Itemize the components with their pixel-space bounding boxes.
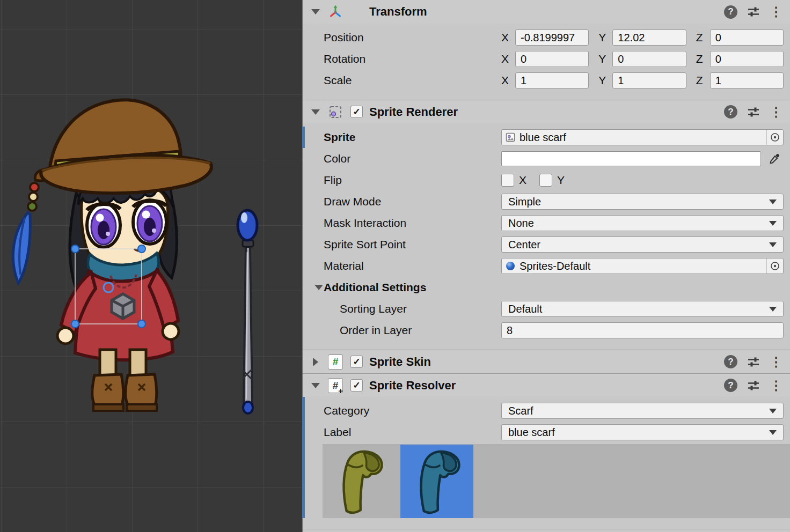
more-options-icon[interactable]: ⋮ — [770, 106, 782, 119]
scale-y-value: 1 — [618, 75, 624, 87]
witch-character-sprite[interactable] — [13, 100, 211, 411]
draw-mode-label: Draw Mode — [324, 195, 501, 208]
category-label: Category — [324, 404, 501, 417]
selection-handle[interactable] — [138, 245, 145, 253]
order-in-layer-row: Order in Layer 8 — [303, 320, 790, 341]
additional-settings-foldout[interactable]: Additional Settings — [303, 277, 790, 298]
flip-y-label: Y — [557, 174, 565, 187]
rotation-x-value: 0 — [521, 53, 526, 65]
foldout-open-icon[interactable] — [311, 1, 320, 23]
sprite-resolver-header[interactable]: #+ ✓ Sprite Resolver ? ⋮ — [303, 373, 790, 397]
category-dropdown[interactable]: Scarf — [501, 403, 784, 419]
flip-y-checkbox[interactable] — [539, 174, 552, 187]
variant-green-scarf[interactable] — [323, 445, 396, 518]
eyedropper-icon[interactable] — [765, 151, 784, 166]
draw-mode-row: Draw Mode Simple — [303, 191, 790, 212]
position-label: Position — [324, 31, 501, 44]
help-icon[interactable]: ? — [724, 105, 737, 119]
foldout-open-icon[interactable] — [311, 101, 320, 123]
selection-handle[interactable] — [71, 320, 79, 328]
scale-z-value: 1 — [715, 75, 721, 87]
x-axis-label: X — [501, 74, 512, 87]
sprite-skin-enabled-checkbox[interactable]: ✓ — [350, 356, 363, 368]
selection-handle[interactable] — [71, 245, 79, 253]
sprite-sort-point-label: Sprite Sort Point — [324, 238, 501, 251]
rotation-z-field[interactable]: 0 — [710, 51, 784, 67]
position-z-field[interactable]: 0 — [710, 29, 784, 46]
label-value: blue scarf — [508, 426, 555, 439]
sprite-renderer-body: Sprite blue scarf Color Fli — [303, 123, 790, 350]
rotation-y-value: 0 — [618, 53, 624, 65]
flip-x-label: X — [519, 174, 526, 187]
sprite-resolver-enabled-checkbox[interactable]: ✓ — [350, 379, 363, 391]
sprite-icon — [505, 132, 516, 143]
help-icon[interactable]: ? — [724, 379, 737, 392]
z-axis-label: Z — [696, 74, 707, 87]
transform-title: Transform — [369, 5, 427, 19]
material-object-field[interactable]: Sprites-Default — [501, 258, 784, 274]
chevron-down-icon — [769, 242, 777, 247]
material-label: Material — [324, 260, 501, 272]
object-picker-icon[interactable] — [766, 130, 780, 145]
check-icon: ✓ — [353, 381, 360, 390]
flip-label: Flip — [324, 174, 501, 187]
color-row: Color — [303, 148, 790, 169]
sorting-layer-dropdown[interactable]: Default — [501, 301, 784, 317]
color-swatch[interactable] — [501, 151, 761, 166]
flip-x-checkbox[interactable] — [501, 174, 514, 187]
position-z-value: 0 — [715, 32, 721, 44]
foldout-open-icon[interactable] — [314, 277, 324, 298]
scale-z-field[interactable]: 1 — [710, 72, 784, 88]
more-options-icon[interactable]: ⋮ — [770, 356, 782, 368]
sprite-skin-title: Sprite Skin — [369, 355, 431, 369]
transform-header[interactable]: Transform ? ⋮ — [303, 0, 790, 24]
mask-interaction-label: Mask Interaction — [324, 217, 501, 230]
chevron-down-icon — [769, 430, 777, 435]
sprite-sort-point-dropdown[interactable]: Center — [501, 237, 784, 253]
help-icon[interactable]: ? — [724, 355, 737, 368]
position-x-field[interactable]: -0.8199997 — [515, 29, 589, 46]
mask-interaction-row: Mask Interaction None — [303, 212, 790, 234]
sprite-skin-header[interactable]: # ✓ Sprite Skin ? ⋮ — [303, 350, 790, 373]
help-icon[interactable]: ? — [724, 5, 737, 19]
more-options-icon[interactable]: ⋮ — [770, 5, 782, 18]
override-bar-sprite-resolver — [303, 397, 305, 518]
sprite-resolver-script-icon: #+ — [327, 377, 344, 394]
material-value: Sprites-Default — [520, 260, 590, 272]
rotation-y-field[interactable]: 0 — [612, 51, 686, 67]
z-axis-label: Z — [696, 53, 707, 65]
sprite-resolver-body: Category Scarf Label blue scarf — [303, 397, 790, 529]
scale-x-field[interactable]: 1 — [515, 72, 589, 88]
chevron-down-icon — [769, 200, 777, 204]
foldout-open-icon[interactable] — [311, 375, 320, 396]
material-icon — [505, 261, 516, 271]
variant-blue-scarf[interactable] — [400, 445, 473, 518]
component-end-separator — [303, 518, 790, 529]
selection-handle[interactable] — [138, 320, 145, 328]
position-y-field[interactable]: 12.02 — [612, 29, 686, 46]
order-in-layer-field[interactable]: 8 — [501, 322, 784, 338]
scale-y-field[interactable]: 1 — [612, 72, 686, 88]
scene-view[interactable] — [0, 0, 302, 532]
draw-mode-dropdown[interactable]: Simple — [501, 194, 784, 210]
mask-interaction-dropdown[interactable]: None — [501, 215, 784, 231]
more-options-icon[interactable]: ⋮ — [770, 379, 782, 392]
label-dropdown[interactable]: blue scarf — [501, 424, 784, 440]
rotation-x-field[interactable]: 0 — [515, 51, 589, 67]
flip-row: Flip X Y — [303, 169, 790, 191]
presets-icon[interactable] — [747, 5, 760, 19]
sprite-object-field[interactable]: blue scarf — [501, 129, 784, 145]
presets-icon[interactable] — [747, 355, 760, 369]
y-axis-label: Y — [598, 53, 609, 65]
presets-icon[interactable] — [747, 105, 760, 119]
presets-icon[interactable] — [747, 379, 760, 393]
staff-sprite[interactable] — [238, 210, 257, 413]
order-in-layer-value: 8 — [507, 324, 513, 337]
sprite-renderer-header[interactable]: ✓ Sprite Renderer ? ⋮ — [303, 100, 790, 123]
object-picker-icon[interactable] — [766, 258, 780, 274]
foldout-closed-icon[interactable] — [311, 351, 320, 373]
position-x-value: -0.8199997 — [521, 32, 575, 44]
y-axis-label: Y — [598, 74, 609, 87]
hash-icon: # — [333, 356, 339, 368]
sprite-renderer-enabled-checkbox[interactable]: ✓ — [350, 106, 363, 118]
